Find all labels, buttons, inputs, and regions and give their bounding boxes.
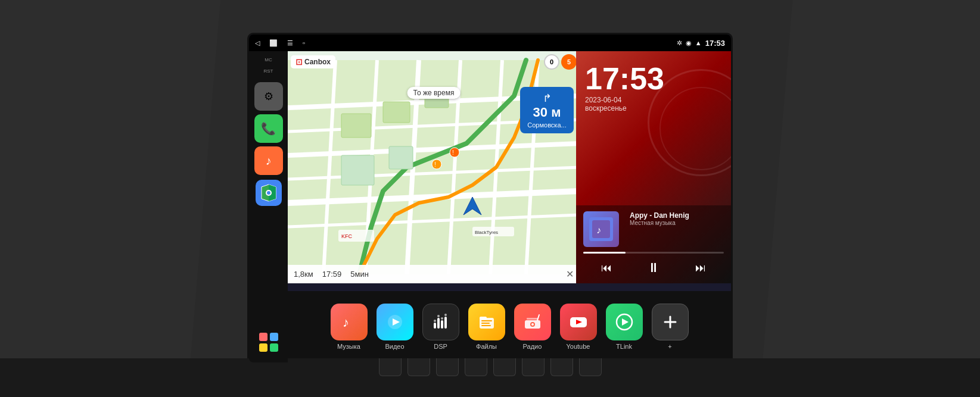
main-screen: ◁ ⬜ ☰ ▫ ✲ ◉ ▲ 17:53 MC RST ⚙ 📞 ♪ bbox=[247, 33, 733, 364]
svg-text:KFC: KFC bbox=[341, 233, 353, 239]
nav-turn-box: ↱ 30 м Сормовска... bbox=[520, 87, 574, 133]
music-subtitle: Местная музыка bbox=[630, 220, 689, 226]
location-status-icon: ◉ bbox=[686, 39, 692, 47]
app-radio-label: Радио bbox=[523, 343, 542, 350]
status-bar: ◁ ⬜ ☰ ▫ ✲ ◉ ▲ 17:53 bbox=[249, 35, 731, 51]
music-controls: ⏮ ⏸ ⏭ bbox=[583, 258, 724, 277]
svg-rect-6 bbox=[270, 333, 278, 341]
map-svg: ! ! KFC BlackTyres bbox=[288, 51, 580, 283]
music-album-art: ♪ bbox=[583, 211, 619, 247]
phone-glyph: 📞 bbox=[261, 121, 276, 136]
svg-text:!: ! bbox=[434, 161, 436, 168]
phone-app-icon[interactable]: 📞 bbox=[254, 114, 283, 143]
video-app-svg bbox=[385, 312, 405, 332]
svg-rect-60 bbox=[527, 318, 539, 320]
svg-rect-26 bbox=[341, 155, 374, 185]
back-nav-icon[interactable]: ◁ bbox=[255, 39, 260, 47]
app-files-label: Файлы bbox=[476, 343, 497, 350]
music-prev-button[interactable]: ⏮ bbox=[596, 260, 617, 276]
app-radio-wrap[interactable]: Радио bbox=[514, 304, 551, 350]
app-files-wrap[interactable]: Файлы bbox=[468, 304, 505, 350]
settings-app-icon[interactable]: ⚙ bbox=[254, 82, 283, 111]
app-add-icon bbox=[652, 304, 689, 340]
music-progress-fill bbox=[583, 252, 626, 254]
music-glyph: ♪ bbox=[266, 154, 272, 168]
grid-svg bbox=[258, 332, 279, 353]
app-video-icon bbox=[377, 304, 413, 340]
app-dsp-wrap[interactable]: DSP bbox=[422, 304, 459, 350]
canbox-logo-icon: ⊡ bbox=[295, 57, 303, 67]
add-app-svg bbox=[660, 312, 680, 332]
svg-point-59 bbox=[531, 323, 534, 326]
speed-badge-5: 5 bbox=[561, 54, 577, 70]
mount-tab-8 bbox=[579, 358, 602, 376]
svg-rect-47 bbox=[444, 317, 447, 329]
app-files-icon bbox=[468, 304, 505, 340]
app-radio-icon bbox=[514, 304, 551, 340]
svg-rect-46 bbox=[441, 320, 443, 329]
home-nav-icon[interactable]: ⬜ bbox=[269, 39, 278, 47]
svg-text:♪: ♪ bbox=[343, 315, 349, 330]
app-video-wrap[interactable]: Видео bbox=[377, 304, 413, 350]
maps-app-icon[interactable] bbox=[254, 179, 283, 207]
right-car-panel bbox=[760, 0, 980, 397]
svg-rect-56 bbox=[481, 325, 491, 326]
music-info: Арру - Dan Henig Местная музыка bbox=[630, 211, 689, 226]
app-music-wrap[interactable]: ♪ Музыка bbox=[331, 304, 368, 350]
app-tlink-wrap[interactable]: TLink bbox=[606, 304, 643, 350]
svg-rect-54 bbox=[481, 320, 492, 321]
mount-tab-4 bbox=[465, 358, 487, 376]
svg-point-4 bbox=[267, 191, 270, 195]
clock-date: 2023-06-04 воскресенье bbox=[585, 96, 722, 112]
svg-text:BlackTyres: BlackTyres bbox=[475, 230, 498, 235]
car-frame: ◁ ⬜ ☰ ▫ ✲ ◉ ▲ 17:53 MC RST ⚙ 📞 ♪ bbox=[0, 0, 980, 397]
music-title: Арру - Dan Henig bbox=[630, 211, 689, 220]
svg-rect-38 bbox=[592, 220, 610, 238]
app-youtube-icon bbox=[560, 304, 597, 340]
canbox-brand-name: Canbox bbox=[304, 58, 331, 66]
app-add-wrap[interactable]: + bbox=[652, 304, 689, 350]
mount-tab-1 bbox=[379, 358, 402, 376]
mount-tab-2 bbox=[407, 358, 430, 376]
music-progress-bar[interactable] bbox=[583, 252, 724, 254]
svg-text:!: ! bbox=[452, 149, 454, 156]
music-pause-button[interactable]: ⏸ bbox=[642, 258, 665, 277]
dsp-app-svg bbox=[431, 312, 451, 332]
bluetooth-status-icon: ✲ bbox=[677, 39, 682, 47]
clock-time: 17:53 bbox=[585, 63, 722, 94]
album-art-svg: ♪ bbox=[589, 217, 613, 241]
left-car-panel bbox=[0, 0, 220, 397]
nav-close-button[interactable]: ✕ bbox=[566, 268, 574, 280]
svg-rect-27 bbox=[389, 146, 413, 169]
speed-badge-0: 0 bbox=[544, 54, 559, 70]
svg-rect-7 bbox=[259, 343, 267, 352]
app-youtube-wrap[interactable]: Youtube bbox=[560, 304, 597, 350]
apps-grid-icon[interactable] bbox=[254, 328, 283, 357]
app-dock: ♪ Музыка Видео bbox=[288, 291, 731, 362]
bottom-mount-tabs bbox=[379, 358, 602, 376]
screenshot-nav-icon[interactable]: ▫ bbox=[303, 39, 305, 46]
music-widget: ♪ Арру - Dan Henig Местная музыка ⏮ ⏸ ⏭ bbox=[576, 205, 731, 283]
status-time: 17:53 bbox=[705, 39, 725, 48]
canbox-logo: ⊡ Canbox bbox=[291, 55, 335, 68]
nav-distance-remaining: 1,8км bbox=[294, 270, 313, 279]
svg-point-48 bbox=[434, 320, 436, 322]
nav-same-time-label: То же время bbox=[407, 87, 461, 99]
app-music-label: Музыка bbox=[337, 343, 360, 350]
svg-marker-65 bbox=[622, 318, 629, 326]
mc-label: MC bbox=[265, 57, 272, 62]
speed-badges: 0 5 bbox=[544, 54, 577, 70]
svg-rect-45 bbox=[437, 318, 440, 329]
music-app-icon[interactable]: ♪ bbox=[254, 146, 283, 175]
clock-widget: 17:53 2023-06-04 воскресенье bbox=[576, 51, 731, 118]
radio-app-svg bbox=[522, 312, 543, 332]
app-dsp-icon bbox=[422, 304, 459, 340]
app-music-icon: ♪ bbox=[331, 304, 368, 340]
settings-glyph: ⚙ bbox=[264, 90, 273, 103]
svg-rect-23 bbox=[341, 114, 371, 137]
music-next-button[interactable]: ⏭ bbox=[690, 260, 711, 276]
nav-bottom-bar: 1,8км 17:59 5мин ✕ bbox=[288, 265, 580, 283]
menu-nav-icon[interactable]: ☰ bbox=[287, 39, 293, 47]
rst-label: RST bbox=[264, 68, 273, 74]
screen-sidebar: MC RST ⚙ 📞 ♪ bbox=[249, 51, 288, 362]
